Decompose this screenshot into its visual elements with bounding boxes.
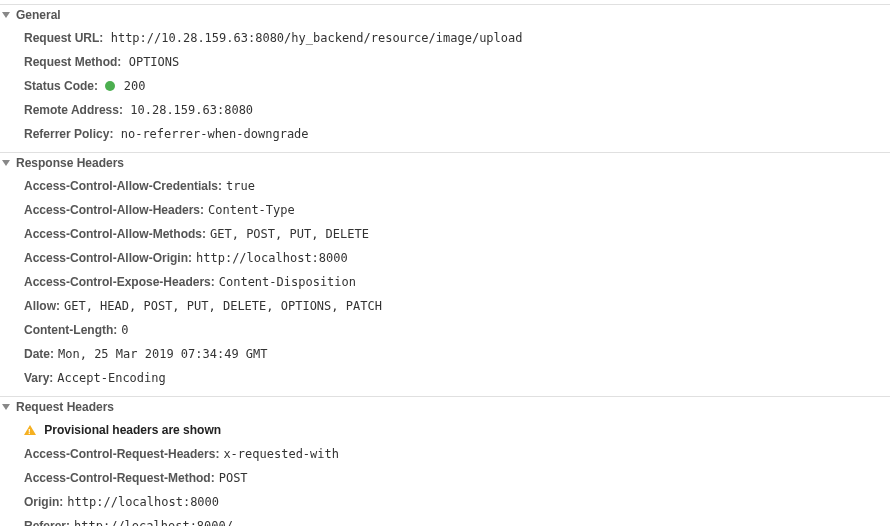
header-row: Remote Address: 10.28.159.63:8080 [0, 98, 890, 122]
header-value: http://localhost:8000/ [74, 519, 233, 526]
header-row: Access-Control-Request-Headers:x-request… [0, 442, 890, 466]
header-value: Mon, 25 Mar 2019 07:34:49 GMT [58, 347, 268, 361]
header-value: http://localhost:8000 [196, 251, 348, 265]
header-label: Status Code: [24, 79, 98, 93]
header-row: Request Method: OPTIONS [0, 50, 890, 74]
header-label: Access-Control-Allow-Credentials: [24, 179, 222, 193]
header-value: 10.28.159.63:8080 [130, 103, 253, 117]
header-row: Origin:http://localhost:8000 [0, 490, 890, 514]
section-header-response[interactable]: Response Headers [0, 153, 890, 174]
header-label: Content-Length: [24, 323, 117, 337]
header-label: Request URL: [24, 31, 103, 45]
header-value: http://localhost:8000 [67, 495, 219, 509]
header-label: Vary: [24, 371, 53, 385]
header-value: Content-Type [208, 203, 295, 217]
warning-text: Provisional headers are shown [44, 423, 221, 437]
header-row: Access-Control-Allow-Headers:Content-Typ… [0, 198, 890, 222]
header-label: Remote Address: [24, 103, 123, 117]
header-label: Request Method: [24, 55, 121, 69]
header-value: GET, HEAD, POST, PUT, DELETE, OPTIONS, P… [64, 299, 382, 313]
chevron-down-icon [2, 160, 10, 166]
header-row: Date:Mon, 25 Mar 2019 07:34:49 GMT [0, 342, 890, 366]
header-value: OPTIONS [129, 55, 180, 69]
header-label: Referer: [24, 519, 70, 526]
header-value: GET, POST, PUT, DELETE [210, 227, 369, 241]
header-value: Content-Disposition [219, 275, 356, 289]
header-label: Origin: [24, 495, 63, 509]
header-value: http://10.28.159.63:8080/hy_backend/reso… [111, 31, 523, 45]
section-general: General Request URL: http://10.28.159.63… [0, 4, 890, 152]
header-row: Access-Control-Allow-Methods:GET, POST, … [0, 222, 890, 246]
header-row: Access-Control-Expose-Headers:Content-Di… [0, 270, 890, 294]
provisional-warning: Provisional headers are shown [0, 418, 890, 442]
header-row: Referrer Policy: no-referrer-when-downgr… [0, 122, 890, 146]
header-row: Allow:GET, HEAD, POST, PUT, DELETE, OPTI… [0, 294, 890, 318]
warning-icon [24, 425, 36, 435]
header-label: Allow: [24, 299, 60, 313]
header-value: POST [219, 471, 248, 485]
header-label: Access-Control-Allow-Headers: [24, 203, 204, 217]
section-header-general[interactable]: General [0, 5, 890, 26]
header-label: Access-Control-Allow-Origin: [24, 251, 192, 265]
status-dot-icon [105, 81, 115, 91]
section-title: General [16, 8, 61, 22]
header-label: Access-Control-Request-Headers: [24, 447, 219, 461]
header-row: Request URL: http://10.28.159.63:8080/hy… [0, 26, 890, 50]
header-label: Access-Control-Allow-Methods: [24, 227, 206, 241]
section-response-headers: Response Headers Access-Control-Allow-Cr… [0, 152, 890, 396]
header-row: Status Code: 200 [0, 74, 890, 98]
header-row: Referer:http://localhost:8000/ [0, 514, 890, 526]
header-label: Referrer Policy: [24, 127, 113, 141]
header-value: x-requested-with [223, 447, 339, 461]
section-title: Response Headers [16, 156, 124, 170]
header-value: 0 [121, 323, 128, 337]
header-row: Vary:Accept-Encoding [0, 366, 890, 390]
header-value: Accept-Encoding [57, 371, 165, 385]
section-request-headers: Request Headers Provisional headers are … [0, 396, 890, 526]
header-row: Access-Control-Allow-Origin:http://local… [0, 246, 890, 270]
chevron-down-icon [2, 12, 10, 18]
chevron-down-icon [2, 404, 10, 410]
header-value: true [226, 179, 255, 193]
header-label: Access-Control-Request-Method: [24, 471, 215, 485]
header-value: no-referrer-when-downgrade [121, 127, 309, 141]
header-value: 200 [124, 79, 146, 93]
header-label: Access-Control-Expose-Headers: [24, 275, 215, 289]
header-label: Date: [24, 347, 54, 361]
header-row: Content-Length:0 [0, 318, 890, 342]
section-header-request[interactable]: Request Headers [0, 397, 890, 418]
section-title: Request Headers [16, 400, 114, 414]
header-row: Access-Control-Allow-Credentials:true [0, 174, 890, 198]
header-row: Access-Control-Request-Method:POST [0, 466, 890, 490]
